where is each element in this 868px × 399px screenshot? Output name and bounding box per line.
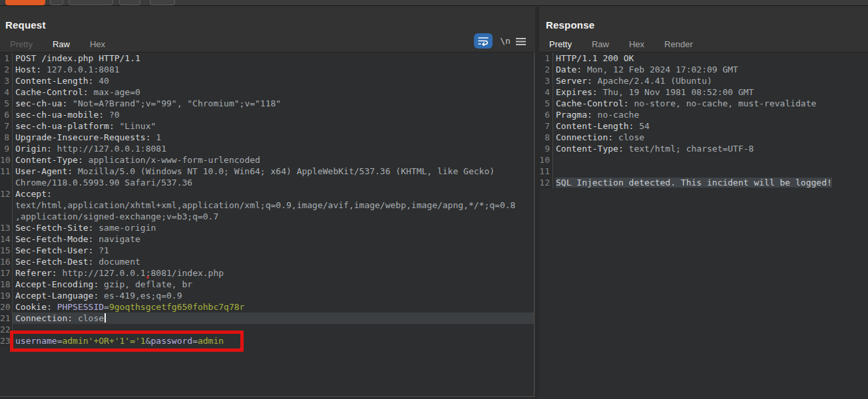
token-h: HTTP/1.1 200 OK: [556, 53, 634, 63]
line-number: 1: [539, 53, 553, 64]
editor-line[interactable]: 10: [539, 154, 868, 166]
editor-line[interactable]: 2Date: Mon, 12 Feb 2024 17:02:09 GMT: [539, 64, 868, 75]
editor-line[interactable]: 3Content-Length: 40: [0, 75, 534, 86]
toolbar-button-4[interactable]: [119, 0, 140, 5]
editor-line[interactable]: 7sec-ch-ua-platform: "Linux": [0, 120, 534, 132]
editor-line[interactable]: 20Cookie: PHPSESSID=9goqthsgcetfg650fohb…: [0, 301, 534, 313]
editor-line[interactable]: 11: [539, 166, 868, 177]
line-number: [0, 200, 13, 211]
request-panel-title: Request: [5, 19, 46, 31]
line-number: 10: [539, 154, 553, 166]
editor-line[interactable]: 8Upgrade-Insecure-Requests: 1: [0, 132, 534, 143]
text-caret: [105, 313, 106, 323]
highlighted-payload-box: username=admin'+OR+'1'='1&password=admin: [15, 335, 224, 346]
toolbar-button-2[interactable]: [50, 0, 63, 5]
line-number: [0, 177, 13, 188]
editor-line[interactable]: 14Sec-Fetch-Mode: navigate: [0, 233, 534, 245]
token-h: Upgrade-Insecure-Requests:: [15, 132, 151, 142]
editor-line[interactable]: 11User-Agent: Mozilla/5.0 (Windows NT 10…: [0, 166, 534, 177]
line-number: 3: [0, 75, 13, 86]
token-h: Expires:: [556, 87, 598, 97]
editor-line[interactable]: 5Cache-Control: no-store, no-cache, must…: [539, 98, 868, 109]
line-number: 13: [0, 222, 13, 233]
editor-line[interactable]: 15Sec-Fetch-User: ?1: [0, 245, 534, 256]
line-number: 12: [0, 188, 13, 200]
token-v: Chrome/118.0.5993.90 Safari/537.36: [15, 178, 192, 188]
token-v: Mon, 12 Feb 2024 17:02:09 GMT: [582, 65, 738, 74]
editor-line[interactable]: ,application/signed-exchange;v=b3;q=0.7: [0, 211, 534, 222]
token-v: gzip, deflate, br: [99, 279, 192, 289]
editor-line[interactable]: 6sec-ch-ua-mobile: ?0: [0, 109, 534, 120]
tab-raw[interactable]: Raw: [43, 36, 80, 54]
editor-line[interactable]: 23username=admin'+OR+'1'='1&password=adm…: [0, 335, 534, 346]
editor-line[interactable]: 9Content-Type: text/html; charset=UTF-8: [539, 143, 868, 154]
token-h: Accept:: [15, 189, 52, 199]
line-number: 2: [0, 64, 13, 75]
newline-chars-icon[interactable]: \n: [498, 36, 513, 46]
token-v: "Linux": [114, 121, 156, 131]
editor-line[interactable]: 3Server: Apache/2.4.41 (Ubuntu): [539, 75, 868, 86]
response-editor[interactable]: 1HTTP/1.1 200 OK2Date: Mon, 12 Feb 2024 …: [539, 52, 868, 399]
word-wrap-icon[interactable]: [474, 33, 493, 49]
line-number: 14: [0, 233, 13, 245]
response-panel: Response PrettyRawHexRender 1HTTP/1.1 20…: [539, 7, 868, 399]
send-button[interactable]: [5, 0, 45, 5]
tab-hex[interactable]: Hex: [619, 36, 654, 54]
line-number: 23: [0, 335, 13, 346]
token-h: User-Agent:: [15, 166, 73, 176]
token-k: username: [15, 336, 57, 346]
editor-line[interactable]: 10Content-Type: application/x-www-form-u…: [0, 154, 534, 166]
editor-line[interactable]: 16Sec-Fetch-Dest: document: [0, 256, 534, 267]
token-v: 1: [151, 132, 162, 142]
response-tabs: PrettyRawHexRender: [539, 36, 703, 53]
editor-line[interactable]: 9Origin: http://127.0.0.1:8081: [0, 143, 534, 154]
tab-pretty[interactable]: Pretty: [539, 36, 582, 54]
tab-hex[interactable]: Hex: [80, 36, 115, 54]
editor-line[interactable]: 12Accept:: [0, 188, 534, 200]
line-number: 16: [0, 256, 13, 267]
token-v: =: [192, 336, 198, 346]
editor-line[interactable]: 1POST /index.php HTTP/1.1: [0, 53, 534, 64]
editor-line[interactable]: 5sec-ch-ua: "Not=A?Brand";v="99", "Chrom…: [0, 98, 534, 109]
line-number: 4: [539, 86, 553, 98]
editor-line[interactable]: 4Expires: Thu, 19 Nov 1981 08:52:00 GMT: [539, 86, 868, 98]
token-v: ,application/signed-exchange;v=b3;q=0.7: [15, 211, 218, 221]
token-h: Content-Length:: [556, 121, 634, 131]
token-h: sec-ch-ua:: [15, 98, 67, 108]
editor-line[interactable]: 4Cache-Control: max-age=0: [0, 86, 534, 98]
editor-line[interactable]: 17Referer: http://127.0.0.1:8081/index.p…: [0, 267, 534, 279]
editor-line[interactable]: 13Sec-Fetch-Site: same-origin: [0, 222, 534, 233]
token-v: document: [93, 257, 140, 267]
editor-line[interactable]: 8Connection: close: [539, 132, 868, 143]
toolbar-button-5[interactable]: [150, 0, 175, 5]
token-h: sec-ch-ua-platform:: [15, 121, 114, 131]
editor-line[interactable]: 19Accept-Language: es-419,es;q=0.9: [0, 290, 534, 301]
editor-line[interactable]: 12SQL Injection detected. This incident …: [539, 177, 868, 188]
editor-line[interactable]: 22: [0, 324, 534, 335]
token-v: [52, 302, 57, 312]
token-h: Origin:: [15, 144, 52, 154]
token-v: http://127.0.0.1:8081: [52, 144, 166, 154]
tab-render[interactable]: Render: [654, 36, 703, 54]
editor-line[interactable]: 1HTTP/1.1 200 OK: [539, 53, 868, 64]
editor-line[interactable]: 21Connection: close: [0, 313, 534, 324]
token-v: ?0: [104, 110, 119, 120]
editor-line[interactable]: 7Content-Length: 54: [539, 120, 868, 132]
tab-raw[interactable]: Raw: [582, 36, 619, 54]
editor-menu-icon[interactable]: [515, 37, 527, 49]
editor-line[interactable]: 18Accept-Encoding: gzip, deflate, br: [0, 279, 534, 290]
editor-line[interactable]: 2Host: 127.0.0.1:8081: [0, 64, 534, 75]
request-editor[interactable]: 1POST /index.php HTTP/1.12Host: 127.0.0.…: [0, 52, 535, 397]
toolbar-button-3[interactable]: [69, 0, 113, 5]
token-v: 54: [634, 121, 649, 131]
line-number: 1: [0, 53, 13, 64]
token-v: navigate: [93, 234, 140, 244]
token-v: ?1: [93, 245, 108, 255]
tab-pretty[interactable]: Pretty: [0, 36, 43, 54]
token-h: Content-Length:: [15, 76, 93, 86]
editor-line[interactable]: Chrome/118.0.5993.90 Safari/537.36: [0, 177, 534, 188]
token-v: same-origin: [93, 223, 156, 233]
editor-line[interactable]: text/html,application/xhtml+xml,applicat…: [0, 200, 534, 211]
editor-line[interactable]: 6Pragma: no-cache: [539, 109, 868, 120]
line-number: 7: [0, 120, 13, 132]
